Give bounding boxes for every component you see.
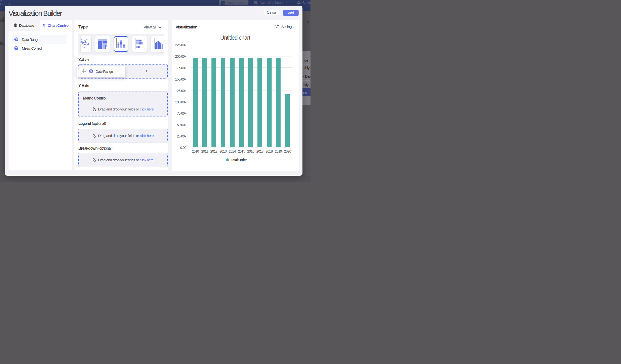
svg-text:iness: iness: [81, 39, 83, 40]
svg-text:DataInsider: DataInsider: [84, 47, 86, 48]
svg-text:Analytics: Analytics: [86, 39, 87, 40]
svg-text:ming: ming: [81, 47, 82, 48]
